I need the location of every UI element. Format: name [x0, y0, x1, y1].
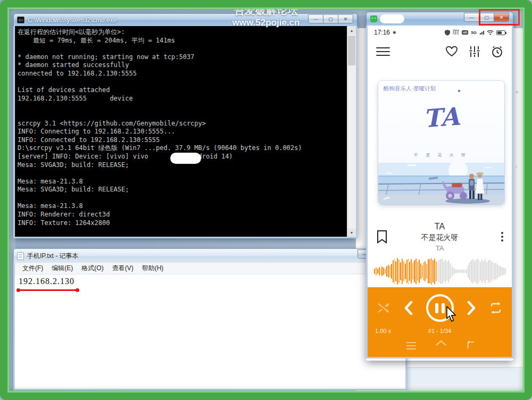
waveform-bar — [428, 259, 429, 284]
phone-minimize-button[interactable]: — — [464, 13, 479, 22]
bookmark-icon[interactable] — [376, 230, 388, 244]
repeat-icon[interactable] — [489, 302, 503, 314]
waveform-bar — [503, 268, 504, 275]
scroll-up-arrow[interactable]: ▲ — [347, 26, 356, 35]
waveform-bar — [495, 263, 496, 280]
waveform-bar — [477, 259, 478, 285]
cmd-maximize-button[interactable]: ▢ — [323, 14, 338, 23]
android-icon — [370, 15, 377, 22]
sleep-timer-alarm-icon[interactable] — [491, 46, 503, 58]
more-options-icon[interactable] — [501, 232, 503, 241]
notepad-menu-item[interactable]: 帮助(H) — [138, 263, 168, 274]
waveform-bar — [405, 263, 406, 279]
album-caption: 不 是 花 火 呀 — [378, 152, 504, 158]
waveform-bar — [437, 262, 438, 280]
waveform-bar — [481, 260, 483, 282]
notepad-menu-item[interactable]: 格式(O) — [77, 263, 107, 274]
waveform-bar — [440, 259, 441, 284]
waveform-bar — [486, 262, 487, 280]
waveform-bar — [389, 265, 390, 277]
waveform-bar — [395, 261, 396, 281]
notepad-menu-item[interactable]: 编辑(E) — [47, 263, 77, 274]
scroll-down-arrow[interactable]: ▼ — [347, 228, 356, 237]
song-album: TA — [368, 244, 512, 252]
wifi-icon — [487, 30, 494, 35]
waveform-bar — [412, 263, 413, 280]
scrcpy-phone-window: — ▢ ✕ 17:16 ✱ 777 KB/S HD — [366, 12, 513, 361]
waveform-bar — [498, 265, 500, 277]
notepad-menubar: 文件(F)编辑(E)格式(O)查看(V)帮助(H) — [15, 263, 405, 274]
waveform-bar — [394, 259, 395, 284]
waveform-bar — [397, 258, 398, 285]
menu-icon[interactable] — [376, 45, 390, 59]
waveform-bar — [381, 266, 383, 276]
scroll-thumb[interactable] — [348, 36, 355, 65]
notepad-titlebar[interactable]: 手机IP.txt - 记事本 — ▢ ✕ — [13, 248, 407, 263]
waveform-bar — [445, 260, 446, 282]
waveform-seekbar[interactable] — [374, 256, 505, 286]
waveform-bar — [454, 269, 455, 274]
waveform-bar — [388, 265, 389, 278]
waveform-bar — [466, 269, 467, 274]
next-track-icon[interactable] — [467, 301, 476, 315]
waveform-bar — [420, 263, 421, 279]
nav-recents-icon[interactable] — [406, 340, 416, 352]
waveform-bar — [409, 262, 410, 281]
song-meta: TA 不是花火呀 TA — [368, 222, 512, 252]
waveform-bar — [493, 261, 494, 281]
5g-network-label: 5G — [471, 30, 477, 35]
track-counter: #1 - 1/34 — [368, 328, 512, 334]
notepad-menu-item[interactable]: 文件(F) — [18, 263, 47, 274]
waveform-bar — [489, 260, 491, 282]
cmd-titlebar[interactable]: C:\ C:\Windows\system32\cmd.exe — ▢ ✕ — [13, 13, 358, 26]
cmd-minimize-button[interactable]: — — [308, 14, 323, 23]
waveform-bar — [383, 268, 384, 275]
notepad-title: 手机IP.txt - 记事本 — [27, 252, 78, 261]
song-title: TA — [368, 222, 512, 231]
redacted-device-name-blob — [170, 153, 201, 164]
favorite-heart-icon[interactable] — [445, 46, 458, 57]
network-speed-indicator: 777 KB/S — [453, 30, 459, 35]
previous-track-icon[interactable] — [404, 301, 413, 315]
background-window-fragment: ≡ — [516, 89, 518, 95]
android-nav-bar — [368, 340, 512, 353]
waveform-bar — [455, 269, 456, 273]
waveform-bar — [402, 259, 403, 284]
shuffle-icon[interactable] — [377, 302, 391, 314]
waveform-bar — [443, 261, 444, 282]
player-control-panel: 1.00 x #1 - 1/34 — [368, 287, 512, 357]
waveform-bar — [468, 265, 469, 278]
waveform-bar — [377, 269, 378, 274]
cmd-window: C:\ C:\Windows\system32\cmd.exe — ▢ ✕ 在返… — [13, 13, 358, 238]
nav-back-icon[interactable] — [466, 340, 476, 351]
hd-voice-icon: HD — [462, 30, 469, 35]
waveform-bar — [408, 258, 409, 285]
album-label: 酷狗音乐人·星曜计划 — [384, 85, 436, 93]
waveform-bar — [494, 263, 495, 279]
notepad-text-area[interactable]: 192.168.2.130 — [15, 274, 405, 389]
waveform-bar — [483, 261, 484, 281]
waveform-bar — [446, 262, 447, 281]
waveform-bar — [429, 259, 430, 283]
waveform-bar — [491, 262, 492, 281]
notepad-menu-item[interactable]: 查看(V) — [108, 263, 138, 274]
waveform-bar — [425, 261, 426, 282]
waveform-bar — [417, 262, 418, 281]
album-art-card[interactable]: 酷狗音乐人·星曜计划 TA 不 是 花 火 呀 — [378, 81, 504, 204]
mouse-cursor — [446, 306, 457, 322]
cmd-console[interactable]: 在返行程的估计时间<以毫秒为单位>: 最短 = 79ms, 最长 = 204ms… — [13, 26, 358, 238]
waveform-bar — [415, 259, 417, 285]
equalizer-sliders-icon[interactable] — [469, 46, 480, 57]
notepad-body: 文件(F)编辑(E)格式(O)查看(V)帮助(H) 192.168.2.130 — [13, 263, 407, 390]
waveform-bar — [398, 260, 400, 282]
nav-home-icon[interactable] — [435, 340, 447, 351]
cmd-close-button[interactable]: ✕ — [338, 14, 353, 23]
waveform-bar — [480, 262, 481, 281]
waveform-bar — [500, 266, 501, 276]
waveform-bar — [379, 267, 380, 276]
shield-icon — [445, 30, 450, 36]
waveform-bar — [386, 266, 387, 277]
cmd-scrollbar[interactable]: ▲ ▼ — [347, 26, 356, 237]
waveform-bar — [403, 261, 404, 282]
waveform-bar — [411, 259, 412, 284]
